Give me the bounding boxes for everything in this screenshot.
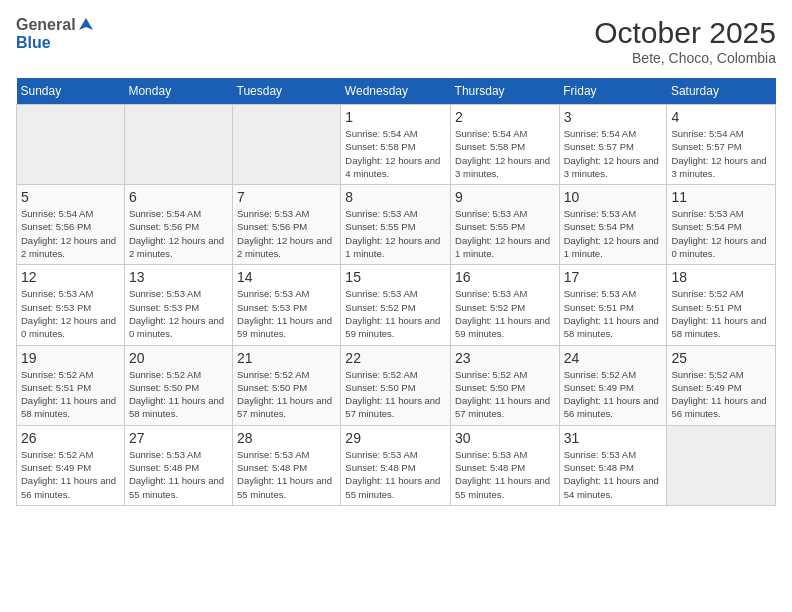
weekday-header-thursday: Thursday (451, 78, 560, 105)
cell-info: Sunrise: 5:53 AM Sunset: 5:52 PM Dayligh… (345, 287, 446, 340)
calendar-cell: 15 Sunrise: 5:53 AM Sunset: 5:52 PM Dayl… (341, 265, 451, 345)
day-number: 15 (345, 269, 446, 285)
calendar-cell (17, 105, 125, 185)
svg-marker-0 (79, 18, 93, 30)
calendar-cell: 25 Sunrise: 5:52 AM Sunset: 5:49 PM Dayl… (667, 345, 776, 425)
calendar-cell (233, 105, 341, 185)
calendar-cell: 26 Sunrise: 5:52 AM Sunset: 5:49 PM Dayl… (17, 425, 125, 505)
day-number: 8 (345, 189, 446, 205)
cell-info: Sunrise: 5:53 AM Sunset: 5:48 PM Dayligh… (455, 448, 555, 501)
calendar-cell: 23 Sunrise: 5:52 AM Sunset: 5:50 PM Dayl… (451, 345, 560, 425)
day-number: 10 (564, 189, 663, 205)
calendar-cell: 31 Sunrise: 5:53 AM Sunset: 5:48 PM Dayl… (559, 425, 667, 505)
day-number: 5 (21, 189, 120, 205)
calendar-cell: 9 Sunrise: 5:53 AM Sunset: 5:55 PM Dayli… (451, 185, 560, 265)
calendar-cell: 2 Sunrise: 5:54 AM Sunset: 5:58 PM Dayli… (451, 105, 560, 185)
day-number: 6 (129, 189, 228, 205)
weekday-header-monday: Monday (124, 78, 232, 105)
calendar-cell: 13 Sunrise: 5:53 AM Sunset: 5:53 PM Dayl… (124, 265, 232, 345)
day-number: 19 (21, 350, 120, 366)
cell-info: Sunrise: 5:52 AM Sunset: 5:50 PM Dayligh… (455, 368, 555, 421)
weekday-header-saturday: Saturday (667, 78, 776, 105)
calendar-cell: 8 Sunrise: 5:53 AM Sunset: 5:55 PM Dayli… (341, 185, 451, 265)
cell-info: Sunrise: 5:53 AM Sunset: 5:55 PM Dayligh… (345, 207, 446, 260)
cell-info: Sunrise: 5:53 AM Sunset: 5:48 PM Dayligh… (129, 448, 228, 501)
day-number: 12 (21, 269, 120, 285)
cell-info: Sunrise: 5:53 AM Sunset: 5:51 PM Dayligh… (564, 287, 663, 340)
page-title: October 2025 (594, 16, 776, 50)
cell-info: Sunrise: 5:53 AM Sunset: 5:48 PM Dayligh… (237, 448, 336, 501)
calendar-cell: 3 Sunrise: 5:54 AM Sunset: 5:57 PM Dayli… (559, 105, 667, 185)
cell-info: Sunrise: 5:52 AM Sunset: 5:49 PM Dayligh… (564, 368, 663, 421)
logo-general: General (16, 16, 76, 34)
cell-info: Sunrise: 5:53 AM Sunset: 5:54 PM Dayligh… (564, 207, 663, 260)
calendar-cell: 22 Sunrise: 5:52 AM Sunset: 5:50 PM Dayl… (341, 345, 451, 425)
day-number: 26 (21, 430, 120, 446)
day-number: 17 (564, 269, 663, 285)
cell-info: Sunrise: 5:54 AM Sunset: 5:57 PM Dayligh… (564, 127, 663, 180)
calendar-cell: 5 Sunrise: 5:54 AM Sunset: 5:56 PM Dayli… (17, 185, 125, 265)
cell-info: Sunrise: 5:54 AM Sunset: 5:58 PM Dayligh… (455, 127, 555, 180)
day-number: 21 (237, 350, 336, 366)
day-number: 20 (129, 350, 228, 366)
calendar-cell: 19 Sunrise: 5:52 AM Sunset: 5:51 PM Dayl… (17, 345, 125, 425)
day-number: 25 (671, 350, 771, 366)
cell-info: Sunrise: 5:54 AM Sunset: 5:56 PM Dayligh… (129, 207, 228, 260)
day-number: 27 (129, 430, 228, 446)
calendar-cell: 1 Sunrise: 5:54 AM Sunset: 5:58 PM Dayli… (341, 105, 451, 185)
cell-info: Sunrise: 5:52 AM Sunset: 5:51 PM Dayligh… (671, 287, 771, 340)
page-header: General Blue October 2025 Bete, Choco, C… (16, 16, 776, 66)
calendar-cell: 17 Sunrise: 5:53 AM Sunset: 5:51 PM Dayl… (559, 265, 667, 345)
day-number: 2 (455, 109, 555, 125)
calendar-cell: 4 Sunrise: 5:54 AM Sunset: 5:57 PM Dayli… (667, 105, 776, 185)
calendar-cell: 10 Sunrise: 5:53 AM Sunset: 5:54 PM Dayl… (559, 185, 667, 265)
cell-info: Sunrise: 5:52 AM Sunset: 5:49 PM Dayligh… (671, 368, 771, 421)
cell-info: Sunrise: 5:53 AM Sunset: 5:55 PM Dayligh… (455, 207, 555, 260)
day-number: 30 (455, 430, 555, 446)
day-number: 23 (455, 350, 555, 366)
calendar-cell: 14 Sunrise: 5:53 AM Sunset: 5:53 PM Dayl… (233, 265, 341, 345)
logo-blue: Blue (16, 34, 51, 51)
cell-info: Sunrise: 5:54 AM Sunset: 5:56 PM Dayligh… (21, 207, 120, 260)
cell-info: Sunrise: 5:54 AM Sunset: 5:57 PM Dayligh… (671, 127, 771, 180)
cell-info: Sunrise: 5:53 AM Sunset: 5:56 PM Dayligh… (237, 207, 336, 260)
weekday-header-sunday: Sunday (17, 78, 125, 105)
day-number: 14 (237, 269, 336, 285)
calendar-cell: 20 Sunrise: 5:52 AM Sunset: 5:50 PM Dayl… (124, 345, 232, 425)
cell-info: Sunrise: 5:53 AM Sunset: 5:53 PM Dayligh… (129, 287, 228, 340)
calendar-cell (667, 425, 776, 505)
logo-plane-icon (77, 16, 95, 34)
calendar-cell: 29 Sunrise: 5:53 AM Sunset: 5:48 PM Dayl… (341, 425, 451, 505)
day-number: 11 (671, 189, 771, 205)
calendar-cell: 7 Sunrise: 5:53 AM Sunset: 5:56 PM Dayli… (233, 185, 341, 265)
day-number: 18 (671, 269, 771, 285)
cell-info: Sunrise: 5:52 AM Sunset: 5:51 PM Dayligh… (21, 368, 120, 421)
day-number: 16 (455, 269, 555, 285)
title-area: October 2025 Bete, Choco, Colombia (594, 16, 776, 66)
day-number: 13 (129, 269, 228, 285)
calendar-cell: 12 Sunrise: 5:53 AM Sunset: 5:53 PM Dayl… (17, 265, 125, 345)
cell-info: Sunrise: 5:53 AM Sunset: 5:54 PM Dayligh… (671, 207, 771, 260)
calendar-cell: 28 Sunrise: 5:53 AM Sunset: 5:48 PM Dayl… (233, 425, 341, 505)
weekday-header-tuesday: Tuesday (233, 78, 341, 105)
calendar-cell: 21 Sunrise: 5:52 AM Sunset: 5:50 PM Dayl… (233, 345, 341, 425)
calendar-cell: 16 Sunrise: 5:53 AM Sunset: 5:52 PM Dayl… (451, 265, 560, 345)
calendar-cell: 27 Sunrise: 5:53 AM Sunset: 5:48 PM Dayl… (124, 425, 232, 505)
day-number: 1 (345, 109, 446, 125)
calendar-cell: 18 Sunrise: 5:52 AM Sunset: 5:51 PM Dayl… (667, 265, 776, 345)
cell-info: Sunrise: 5:52 AM Sunset: 5:50 PM Dayligh… (237, 368, 336, 421)
day-number: 31 (564, 430, 663, 446)
logo: General Blue (16, 16, 96, 52)
day-number: 4 (671, 109, 771, 125)
cell-info: Sunrise: 5:52 AM Sunset: 5:50 PM Dayligh… (129, 368, 228, 421)
cell-info: Sunrise: 5:53 AM Sunset: 5:48 PM Dayligh… (345, 448, 446, 501)
weekday-header-friday: Friday (559, 78, 667, 105)
cell-info: Sunrise: 5:52 AM Sunset: 5:49 PM Dayligh… (21, 448, 120, 501)
page-subtitle: Bete, Choco, Colombia (594, 50, 776, 66)
weekday-header-wednesday: Wednesday (341, 78, 451, 105)
cell-info: Sunrise: 5:52 AM Sunset: 5:50 PM Dayligh… (345, 368, 446, 421)
cell-info: Sunrise: 5:54 AM Sunset: 5:58 PM Dayligh… (345, 127, 446, 180)
calendar-cell: 6 Sunrise: 5:54 AM Sunset: 5:56 PM Dayli… (124, 185, 232, 265)
day-number: 29 (345, 430, 446, 446)
day-number: 7 (237, 189, 336, 205)
